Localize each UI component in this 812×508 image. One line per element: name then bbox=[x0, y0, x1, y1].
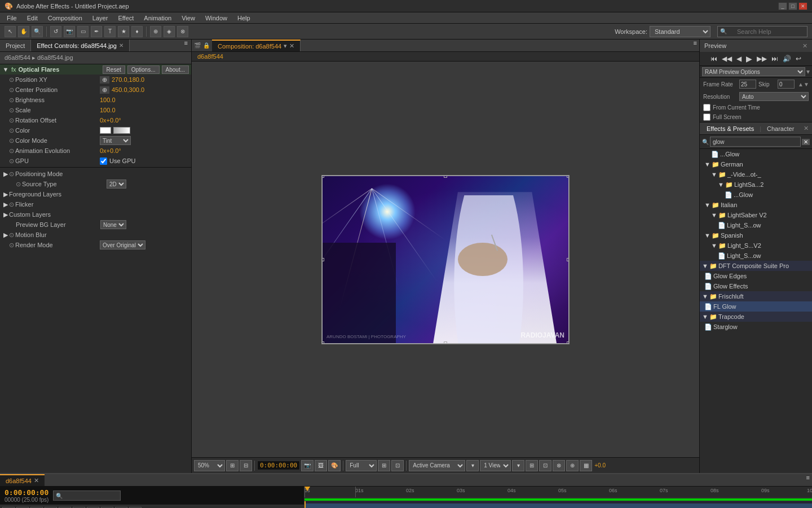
tab-effect-controls[interactable]: Effect Controls: d6a8f544.jpg ✕ bbox=[31, 40, 130, 51]
comp-tab-main[interactable]: Composition: d6a8f544 ▾ ✕ bbox=[212, 40, 301, 51]
position-xy-icon[interactable]: ⊕ bbox=[100, 76, 109, 84]
panel-menu-icon[interactable]: ≡ bbox=[181, 40, 191, 51]
tool-zoom[interactable]: 🔍 bbox=[32, 26, 43, 37]
timecode-value[interactable]: 0:00:00:00 bbox=[5, 488, 48, 497]
prev-last[interactable]: ⏭ bbox=[770, 55, 779, 63]
twirl-trapcode[interactable]: ▼ bbox=[702, 313, 708, 320]
menu-help[interactable]: Help bbox=[233, 14, 255, 23]
ep-item-fl-glow[interactable]: 📄 FL Glow bbox=[700, 301, 812, 312]
minimize-btn[interactable]: _ bbox=[778, 2, 787, 10]
timeline-menu[interactable]: ≡ bbox=[804, 474, 812, 486]
prop-gpu[interactable]: ⊙ GPU Use GPU bbox=[0, 156, 191, 166]
timeline-tab-close[interactable]: ✕ bbox=[34, 477, 39, 484]
draft-btn[interactable]: ⊡ bbox=[539, 460, 551, 471]
search-help-input[interactable] bbox=[734, 26, 807, 37]
ep-item-glow1[interactable]: 📄 ...Glow bbox=[700, 149, 812, 159]
menu-effect[interactable]: Effect bbox=[113, 14, 138, 23]
color-swatch[interactable] bbox=[100, 127, 111, 134]
tool-arrow[interactable]: ↖ bbox=[5, 26, 16, 37]
ep-item-lights-ow[interactable]: 📄 Light_S...ow bbox=[700, 220, 812, 230]
view-drop[interactable]: ▾ bbox=[512, 460, 524, 471]
prop-scale[interactable]: ⊙ Scale 100.0 bbox=[0, 105, 191, 115]
color-btn[interactable]: 🎨 bbox=[328, 460, 341, 471]
section-flicker[interactable]: ▶ ⊙ Flicker bbox=[0, 199, 191, 209]
ram-fullscreen-row[interactable]: Full Screen bbox=[700, 112, 812, 122]
close-comp-tab[interactable]: ✕ bbox=[289, 42, 294, 50]
tool-rect[interactable]: ▭ bbox=[77, 26, 89, 37]
about-btn[interactable]: About... bbox=[162, 65, 189, 74]
viewport-inner[interactable]: RADIOJAVAN ARUNDO BOSTAMI | PHOTOGRAPHY bbox=[321, 175, 570, 344]
prop-rotation-offset[interactable]: ⊙ Rotation Offset 0x+0.0° bbox=[0, 115, 191, 125]
tool-hand[interactable]: ✋ bbox=[18, 26, 29, 37]
select-render-mode[interactable]: Over Original Normal bbox=[100, 240, 145, 249]
menu-composition[interactable]: Composition bbox=[43, 14, 87, 23]
playhead-triangle[interactable] bbox=[304, 487, 310, 491]
fit-btn[interactable]: ⊞ bbox=[226, 460, 239, 471]
tool-shape[interactable]: ★ bbox=[118, 26, 129, 37]
tool-camera[interactable]: 📷 bbox=[64, 26, 75, 37]
tool-text[interactable]: T bbox=[104, 26, 116, 37]
center-pos-icon[interactable]: ⊕ bbox=[100, 86, 109, 94]
ram-dropdown-icon[interactable]: ▾ bbox=[806, 68, 810, 76]
prev-back[interactable]: ◀ bbox=[735, 55, 743, 63]
snapshot-btn[interactable]: 📷 bbox=[301, 460, 314, 471]
ep-item-glow-effects[interactable]: 📄 Glow Effects bbox=[700, 281, 812, 291]
ram-preview-select[interactable]: RAM Preview Options bbox=[702, 67, 805, 76]
prev-back-frame[interactable]: ◀◀ bbox=[721, 55, 733, 63]
ep-item-video[interactable]: ▼ 📁 _-Vide...ot-_ bbox=[700, 169, 812, 179]
safe-btn[interactable]: ▦ bbox=[580, 460, 592, 471]
twirl-motion-blur[interactable]: ▶ bbox=[2, 231, 9, 238]
select-preview-bg[interactable]: None bbox=[100, 220, 126, 229]
ep-item-german[interactable]: ▼ 📁 German bbox=[700, 159, 812, 169]
twirl-lights-v2[interactable]: ▼ bbox=[711, 242, 717, 249]
prop-position-xy[interactable]: ⊙ Position XY ⊕ 270.0,180.0 bbox=[0, 75, 191, 85]
ep-item-italian[interactable]: ▼ 📁 Italian bbox=[700, 200, 812, 210]
tool-extra2[interactable]: ◈ bbox=[164, 26, 175, 37]
prop-color-mode[interactable]: ⊙ Color Mode Tint Normal bbox=[0, 135, 191, 146]
twirl-lightsaber[interactable]: ▼ bbox=[718, 181, 724, 188]
prop-center-position[interactable]: ⊙ Center Position ⊕ 450.0,300.0 bbox=[0, 85, 191, 95]
menu-window[interactable]: Window bbox=[201, 14, 232, 23]
ep-item-frischluft[interactable]: ▼ 📁 Frischluft bbox=[700, 291, 812, 301]
from-current-checkbox[interactable] bbox=[703, 104, 710, 111]
show-snap-btn[interactable]: 🖼 bbox=[315, 460, 327, 471]
ram-resolution-select[interactable]: Auto Full Half bbox=[739, 92, 809, 101]
3d-btn[interactable]: ⊞ bbox=[526, 460, 538, 471]
timeline-tab-main[interactable]: d6a8f544 ✕ bbox=[0, 474, 45, 486]
toggle-btn[interactable]: ⊡ bbox=[391, 460, 404, 471]
ep-item-starglow[interactable]: 📄 Starglow bbox=[700, 322, 812, 332]
ep-item-lightsaber-v2[interactable]: ▼ 📁 LightSaber V2 bbox=[700, 210, 812, 220]
ram-framerate-input[interactable] bbox=[739, 80, 756, 89]
fullscreen-checkbox[interactable] bbox=[703, 113, 710, 121]
select-color-mode[interactable]: Tint Normal bbox=[100, 136, 131, 145]
comp-panel-menu[interactable]: ≡ bbox=[691, 40, 699, 51]
prev-first-btn[interactable]: ⏮ bbox=[709, 55, 718, 63]
tab-character[interactable]: Character bbox=[764, 125, 797, 132]
timeline-search[interactable] bbox=[53, 491, 121, 501]
ep-item-lightsaber2[interactable]: ▼ 📁 LightSa...2 bbox=[700, 179, 812, 190]
close-btn[interactable]: ✕ bbox=[798, 2, 807, 10]
camera-select[interactable]: Active Camera bbox=[409, 460, 465, 471]
ep-item-lights-v2[interactable]: ▼ 📁 Light_S...V2 bbox=[700, 240, 812, 251]
view-select[interactable]: 1 View 2 Views bbox=[480, 460, 511, 471]
menu-animation[interactable]: Animation bbox=[139, 14, 176, 23]
tool-extra3[interactable]: ⊗ bbox=[177, 26, 188, 37]
twirl-custom[interactable]: ▶ bbox=[2, 211, 9, 218]
prop-color[interactable]: ⊙ Color bbox=[0, 125, 191, 135]
ep-clear-btn[interactable]: ✕ bbox=[802, 139, 810, 145]
ep-item-spanish[interactable]: ▼ 📁 Spanish bbox=[700, 230, 812, 240]
prev-loop[interactable]: ↩ bbox=[795, 55, 802, 63]
gpu-check[interactable] bbox=[100, 157, 107, 165]
prev-forward[interactable]: ▶▶ bbox=[756, 55, 768, 63]
ep-search-input[interactable] bbox=[710, 137, 801, 147]
tool-extra1[interactable]: ⊕ bbox=[150, 26, 161, 37]
tool-puppet[interactable]: ♦ bbox=[131, 26, 143, 37]
twirl-lsv2[interactable]: ▼ bbox=[711, 212, 717, 218]
twirl-flicker[interactable]: ▶ bbox=[2, 201, 9, 208]
ram-from-current-row[interactable]: From Current Time bbox=[700, 103, 812, 112]
ep-item-trapcode[interactable]: ▼ 📁 Trapcode bbox=[700, 312, 812, 322]
gpu-checkbox[interactable]: Use GPU bbox=[100, 157, 135, 165]
twirl-frischluft[interactable]: ▼ bbox=[702, 293, 708, 300]
workspace-select[interactable]: Standard Minimal Motion Tracking bbox=[650, 26, 710, 37]
motion-btn[interactable]: ⊗ bbox=[553, 460, 565, 471]
